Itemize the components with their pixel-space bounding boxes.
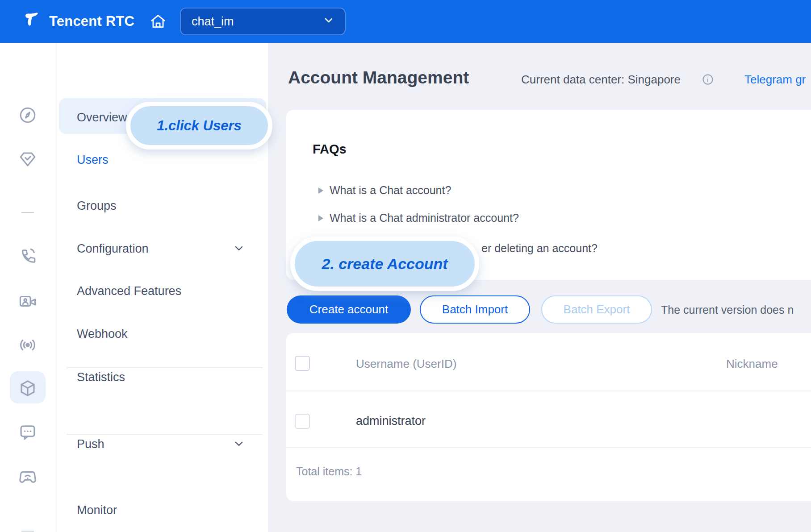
telegram-group-link[interactable]: Telegram gr <box>744 73 806 87</box>
table-cell-username: administrator <box>356 414 426 428</box>
chevron-down-icon <box>323 17 334 26</box>
chevron-down-icon <box>234 441 244 447</box>
sidebar-item-label: Advanced Features <box>77 284 255 298</box>
sidebar-item-label: Webhook <box>77 327 255 341</box>
version-note-text: The current version does n <box>661 303 794 316</box>
table-divider <box>286 391 811 391</box>
top-header-bar: Tencent RTC chat_im <box>0 0 811 43</box>
annotation-bubble-step1: 1.click Users <box>126 102 272 150</box>
phone-icon[interactable] <box>15 244 40 269</box>
select-all-checkbox[interactable] <box>295 356 310 371</box>
sidebar-item-label: Users <box>77 153 255 167</box>
cube-icon[interactable] <box>15 376 40 401</box>
sidebar-item-push[interactable]: Push <box>77 436 255 452</box>
faq-item-partially-covered[interactable]: er deleting an account? <box>481 242 598 255</box>
home-icon[interactable] <box>149 12 167 30</box>
sidebar-divider <box>67 367 263 368</box>
faq-heading: FAQs <box>313 142 347 157</box>
annotation-bubble-step2: 2. create Account <box>290 237 479 291</box>
table-divider <box>286 447 811 448</box>
broadcast-icon[interactable] <box>15 332 40 357</box>
rail-divider <box>21 531 34 532</box>
create-account-button[interactable]: Create account <box>287 295 411 324</box>
info-icon[interactable] <box>702 73 714 86</box>
sidebar-item-users[interactable]: Users <box>77 152 255 167</box>
app-selector-dropdown[interactable]: chat_im <box>180 8 346 35</box>
annotation-text: 1.click Users <box>157 118 242 134</box>
sidebar-item-statistics[interactable]: Statistics <box>77 370 255 385</box>
sidebar-item-groups[interactable]: Groups <box>77 198 255 213</box>
triangle-right-icon <box>318 187 323 194</box>
compass-icon[interactable] <box>15 103 40 128</box>
sidebar-item-webhook[interactable]: Webhook <box>77 326 255 341</box>
page-title: Account Management <box>288 68 469 87</box>
faq-question: What is a Chat account? <box>330 184 451 197</box>
chevron-down-icon <box>234 245 244 252</box>
sidebar-item-label: Monitor <box>77 503 255 517</box>
brand: Tencent RTC <box>23 0 134 43</box>
faq-question: What is a Chat administrator account? <box>330 212 519 224</box>
sidebar-item-label: Groups <box>77 199 255 213</box>
game-controller-icon[interactable] <box>15 465 40 490</box>
faq-item[interactable]: What is a Chat account? <box>318 184 451 197</box>
batch-export-button-disabled: Batch Export <box>541 295 652 324</box>
sidebar-item-label: Push <box>77 437 234 451</box>
chat-icon[interactable] <box>15 420 40 445</box>
column-header-username: Username (UserID) <box>356 357 456 371</box>
triangle-right-icon <box>318 215 323 221</box>
total-items-label: Total items: 1 <box>296 465 362 478</box>
brand-name: Tencent RTC <box>49 13 134 29</box>
sidebar-divider <box>67 434 263 435</box>
rail-divider <box>21 212 34 213</box>
column-header-nickname: Nickname <box>726 357 778 371</box>
data-center-label: Current data center: Singapore <box>521 73 681 87</box>
sidebar-item-advanced-features[interactable]: Advanced Features <box>77 283 255 299</box>
row-checkbox[interactable] <box>295 414 310 429</box>
faq-question-fragment: er deleting an account? <box>481 242 598 255</box>
sidebar-item-label: Configuration <box>77 242 234 256</box>
tencent-rtc-logo-icon <box>23 11 43 32</box>
faq-item[interactable]: What is a Chat administrator account? <box>318 212 519 224</box>
sidebar-item-monitor[interactable]: Monitor <box>77 503 255 518</box>
diamond-check-icon[interactable] <box>15 147 40 172</box>
sidebar-item-label: Statistics <box>77 370 255 384</box>
app-selector-value: chat_im <box>192 15 323 29</box>
batch-import-button[interactable]: Batch Import <box>420 295 530 324</box>
annotation-text: 2. create Account <box>322 255 447 273</box>
sidebar-item-configuration[interactable]: Configuration <box>77 241 255 256</box>
icon-rail <box>0 43 56 532</box>
video-call-icon[interactable] <box>15 289 40 314</box>
